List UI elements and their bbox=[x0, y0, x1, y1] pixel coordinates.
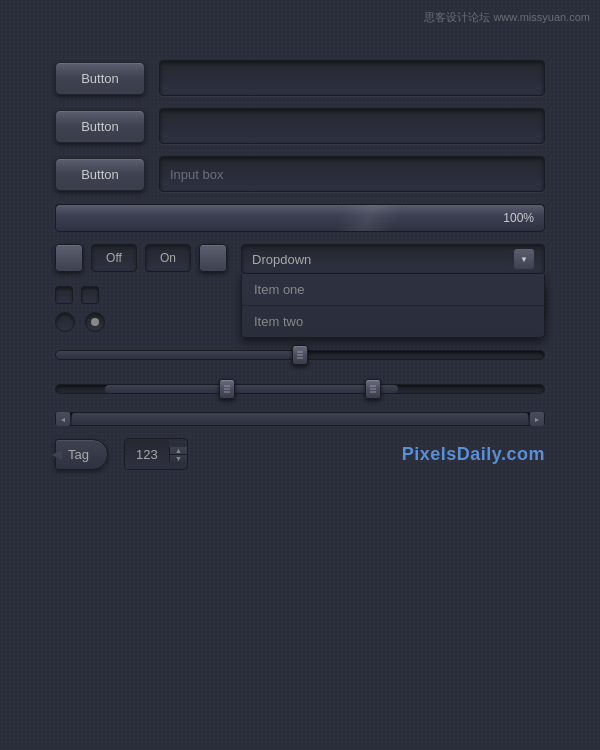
brand-name: PixelsDaily bbox=[402, 444, 501, 464]
bottom-row: Tag ▲ ▼ PixelsDaily.com bbox=[55, 438, 545, 470]
dropdown-container: Dropdown ▼ Item one Item two bbox=[241, 244, 545, 274]
number-input[interactable] bbox=[125, 439, 169, 469]
button-1[interactable]: Button bbox=[55, 62, 145, 95]
progress-bar: 100% bbox=[55, 204, 545, 232]
radio-group bbox=[55, 312, 105, 332]
dropdown-arrow-icon: ▼ bbox=[514, 249, 534, 269]
button-3[interactable]: Button bbox=[55, 158, 145, 191]
tag-button[interactable]: Tag bbox=[55, 439, 108, 470]
button-2[interactable]: Button bbox=[55, 110, 145, 143]
dropdown-button[interactable]: Dropdown ▼ bbox=[241, 244, 545, 274]
checkbox-group bbox=[55, 286, 105, 304]
slider-2[interactable] bbox=[55, 384, 545, 394]
scrollbar-left-arrow[interactable]: ◄ bbox=[56, 412, 70, 426]
checkboxes-col bbox=[55, 286, 105, 332]
slider-1[interactable] bbox=[55, 350, 545, 360]
brand-suffix: .com bbox=[501, 444, 545, 464]
checkbox-1[interactable] bbox=[55, 286, 73, 304]
row-1: Button bbox=[55, 60, 545, 96]
radio-1[interactable] bbox=[55, 312, 75, 332]
number-arrows: ▲ ▼ bbox=[169, 447, 187, 462]
number-up-arrow[interactable]: ▲ bbox=[169, 447, 187, 455]
scrollbar[interactable]: ◄ ► bbox=[55, 412, 545, 426]
dropdown-label: Dropdown bbox=[252, 252, 311, 267]
dropdown-menu: Item one Item two bbox=[241, 274, 545, 338]
dropdown-item-1[interactable]: Item one bbox=[242, 274, 544, 306]
number-input-wrapper: ▲ ▼ bbox=[124, 438, 188, 470]
toggle-dropdown-row: Off On Dropdown ▼ Item one Item two bbox=[55, 244, 545, 274]
ui-container: Button Button Button 100% Off bbox=[55, 60, 545, 470]
number-down-arrow[interactable]: ▼ bbox=[169, 455, 187, 462]
slider-2-thumb-2[interactable] bbox=[365, 379, 381, 399]
checkbox-2[interactable] bbox=[81, 286, 99, 304]
scrollbar-fill bbox=[72, 413, 528, 425]
toggle-switch: Off On bbox=[55, 244, 227, 272]
progress-fill bbox=[56, 205, 544, 231]
progress-label: 100% bbox=[503, 211, 534, 225]
brand: PixelsDaily.com bbox=[402, 444, 545, 465]
slider-1-thumb[interactable] bbox=[292, 345, 308, 365]
slider-1-fill bbox=[56, 351, 300, 359]
input-field-2[interactable] bbox=[159, 108, 545, 144]
input-field-3[interactable] bbox=[159, 156, 545, 192]
watermark: 思客设计论坛 www.missyuan.com bbox=[424, 10, 590, 25]
toggle-off-btn[interactable]: Off bbox=[91, 244, 137, 272]
toggle-thumb-right[interactable] bbox=[199, 244, 227, 272]
scrollbar-right-arrow[interactable]: ► bbox=[530, 412, 544, 426]
input-field-1[interactable] bbox=[159, 60, 545, 96]
row-3: Button bbox=[55, 156, 545, 192]
dropdown-item-2[interactable]: Item two bbox=[242, 306, 544, 337]
radio-2[interactable] bbox=[85, 312, 105, 332]
slider-2-fill bbox=[105, 385, 398, 393]
progress-shine bbox=[333, 205, 402, 231]
toggle-on-btn[interactable]: On bbox=[145, 244, 191, 272]
row-2: Button bbox=[55, 108, 545, 144]
toggle-thumb[interactable] bbox=[55, 244, 83, 272]
slider-2-thumb-1[interactable] bbox=[219, 379, 235, 399]
page-wrapper: 思客设计论坛 www.missyuan.com Button Button Bu… bbox=[0, 0, 600, 750]
